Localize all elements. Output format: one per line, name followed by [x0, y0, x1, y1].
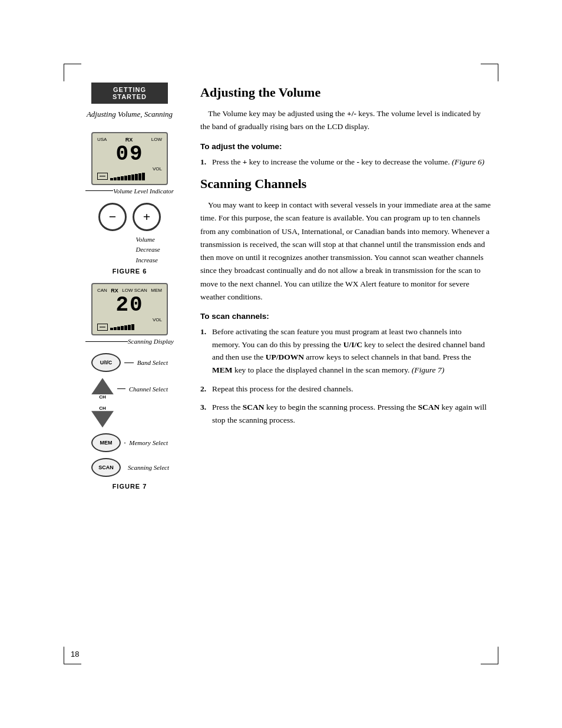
lcd-vol-row2: VOL: [97, 317, 162, 322]
vol-indicator-line: [85, 190, 113, 191]
lcd-figure7: CAN RX LOW SCAN MEM 20 VOL ▪▪▪▪: [91, 283, 168, 335]
lcd-top-row: USA RX LOW: [97, 137, 162, 143]
corner-mark-br-h: [481, 664, 498, 664]
ch-down-row: CH: [91, 406, 168, 427]
lcd-vol-indicator2: ▪▪▪▪: [97, 324, 162, 331]
vol-bar-5: [124, 176, 127, 180]
lcd-mem: MEM: [151, 288, 162, 294]
sidebar-subtitle: Adjusting Volume, Scanning: [87, 108, 173, 120]
band-select-label: Band Select: [137, 358, 168, 367]
vol-bar2-2: [114, 327, 117, 330]
figure7-buttons: U/I/C Band Select CH Channel Select CH: [91, 353, 168, 477]
volume-level-indicator-container: Volume Level Indicator: [85, 187, 174, 195]
page-number: 18: [71, 650, 79, 658]
mem-line: [124, 443, 125, 443]
vol-bar2-5: [124, 325, 127, 330]
vol-increase-btn[interactable]: +: [133, 203, 161, 231]
step-num-s2: 2.: [200, 383, 206, 396]
vol-decrease-label: Volume Decrease: [135, 235, 168, 255]
section2-title: Scanning Channels: [200, 176, 491, 192]
vol-bar-1: [110, 178, 113, 180]
ch-up-btn-container: CH: [91, 378, 114, 400]
vol-bar2-6: [128, 325, 131, 330]
figure6-label: Figure 6: [113, 268, 147, 275]
section2-step1: 1. Before activating the scan feature yo…: [200, 325, 491, 376]
vol-bar-6: [128, 175, 131, 180]
uic-button[interactable]: U/I/C: [91, 353, 121, 372]
vol-bar2-4: [121, 326, 124, 330]
corner-mark-bl-h: [64, 664, 81, 664]
vol-increase-label: Increase: [135, 255, 168, 266]
vol-bar2-3: [117, 327, 120, 330]
section1-steps: 1. Press the + key to increase the volum…: [200, 156, 491, 169]
lcd-small-icon: ▪▪▪▪: [97, 173, 108, 180]
vol-labels-container: Volume Decrease Increase: [91, 235, 168, 266]
scanning-select-label: Scanning Select: [128, 463, 169, 472]
lcd-vol-label2: VOL: [153, 317, 162, 322]
step-num-s3: 3.: [200, 401, 206, 414]
corner-mark-tl-h: [64, 64, 81, 64]
section2-subsection: To scan channels:: [200, 312, 491, 321]
lcd-number: 09: [97, 144, 162, 165]
corner-mark-tl-v: [64, 64, 64, 81]
vol-bar-3: [117, 177, 120, 180]
lcd-low: LOW: [151, 137, 162, 142]
lcd-vol-row: VOL: [97, 166, 162, 172]
sidebar-header-line1: GETTING STARTED: [98, 86, 161, 100]
vol-bar-9: [138, 173, 141, 180]
corner-mark-tr-h: [481, 64, 498, 64]
uic-line: [124, 363, 134, 363]
vol-bar2-7: [131, 324, 134, 330]
vol-decrease-btn[interactable]: −: [98, 203, 127, 231]
memory-select-label: Memory Select: [129, 439, 168, 447]
vol-bar-10: [142, 173, 145, 180]
section2-body: You may want to keep in contact with sev…: [200, 199, 491, 304]
vol-bar-2: [114, 177, 117, 180]
section1-subsection: To adjust the volume:: [200, 142, 491, 151]
section1-step1: 1. Press the + key to increase the volum…: [200, 156, 491, 169]
lcd-can: CAN: [97, 288, 107, 294]
page-content: GETTING STARTED Adjusting Volume, Scanni…: [71, 83, 491, 645]
lcd-usa: USA: [97, 137, 107, 142]
step-num-s1: 1.: [200, 325, 206, 338]
section1-body: The Volume key may be adjusted using the…: [200, 107, 491, 134]
scan-display-line: [85, 341, 128, 342]
vol-buttons: − +: [91, 203, 168, 231]
sidebar-header: GETTING STARTED: [91, 83, 168, 104]
lcd-number2: 20: [97, 295, 162, 316]
corner-mark-tr-v: [498, 64, 498, 81]
main-content: Adjusting the Volume The Volume key may …: [200, 83, 491, 645]
mem-row: MEM Memory Select: [91, 433, 168, 452]
lcd-vol-indicator: ▪▪▪▪: [97, 173, 162, 180]
vol-bars: [110, 173, 145, 180]
ch-up-button[interactable]: [91, 378, 114, 394]
ch-up-label: CH: [99, 394, 106, 400]
section2-steps: 1. Before activating the scan feature yo…: [200, 325, 491, 426]
ch-up-line: [117, 388, 125, 389]
vol-bar2-1: [110, 328, 113, 330]
vol-bar-7: [131, 174, 134, 180]
mem-button[interactable]: MEM: [91, 433, 121, 452]
corner-mark-bl-v: [64, 647, 64, 664]
corner-mark-br-v: [498, 647, 498, 664]
section2-step2: 2. Repeat this process for the desired c…: [200, 383, 491, 396]
vol-bar-8: [135, 174, 138, 180]
ch-down-button[interactable]: [91, 411, 114, 427]
section2-step3: 3. Press the SCAN key to begin the scann…: [200, 401, 491, 426]
ch-up-row: CH Channel Select: [91, 378, 168, 400]
vol-bars2: [110, 324, 134, 330]
scanning-display-container: Scanning Display: [85, 338, 174, 345]
step-num-1: 1.: [200, 156, 206, 169]
ch-down-label: CH: [99, 406, 106, 411]
vol-labels: Volume Decrease Increase: [135, 235, 168, 266]
uic-row: U/I/C Band Select: [91, 353, 168, 372]
scan-button[interactable]: SCAN: [91, 458, 121, 477]
channel-select-label: Channel Select: [129, 385, 168, 393]
vol-bar-4: [121, 176, 124, 180]
lcd-vol-label: VOL: [153, 166, 162, 172]
lcd-rx: RX: [125, 137, 133, 143]
sidebar: GETTING STARTED Adjusting Volume, Scanni…: [71, 83, 189, 645]
lcd-figure6: USA RX LOW 09 VOL ▪▪▪▪: [91, 132, 168, 185]
section1-title: Adjusting the Volume: [200, 85, 491, 100]
volume-level-indicator-label: Volume Level Indicator: [113, 187, 174, 195]
